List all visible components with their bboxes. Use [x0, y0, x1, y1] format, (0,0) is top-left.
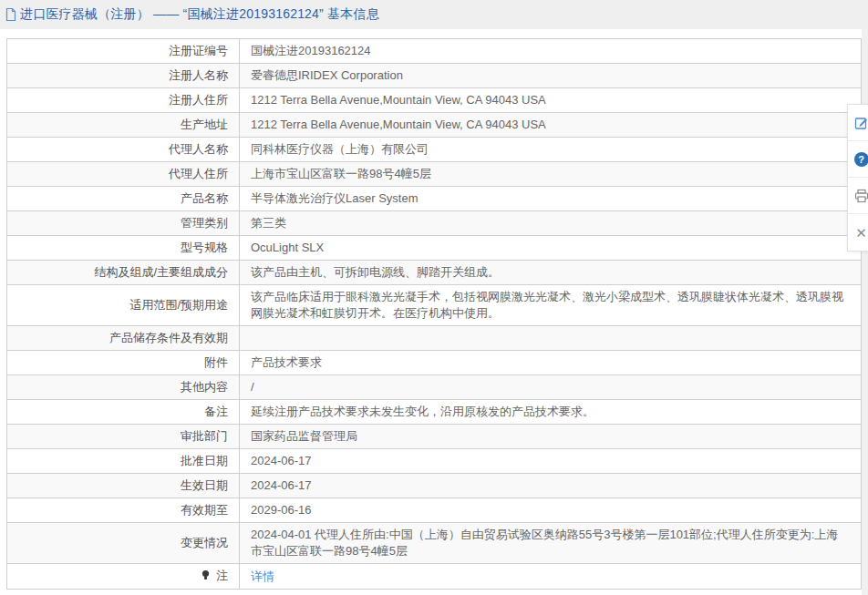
row-value: 该产品临床适用于眼科激光光凝手术，包括视网膜激光光凝术、激光小梁成型术、透巩膜睫… — [251, 290, 843, 320]
edit-icon — [853, 115, 868, 130]
note-bulb-icon — [201, 569, 211, 585]
row-value-cell: 2029-06-16 — [240, 498, 862, 523]
row-value: 2024-06-17 — [251, 454, 312, 467]
row-value: 1212 Terra Bella Avenue,Mountain View, C… — [251, 118, 546, 131]
row-value-cell: 同科林医疗仪器（上海）有限公司 — [240, 138, 862, 162]
row-value: 2024-06-17 — [251, 478, 312, 492]
close-panel-button[interactable]: ✕ 关闭 — [848, 214, 868, 251]
row-label-cell: 注册证编号 — [7, 39, 240, 64]
table-row: 产品名称 半导体激光治疗仪Laser System — [7, 187, 862, 211]
row-value: 1212 Terra Bella Avenue,Mountain View, C… — [251, 93, 546, 107]
floating-tool-panel: 纠错 ? 咨询 打印 ✕ 关闭 — [847, 104, 868, 251]
table-row: 生效日期 2024-06-17 — [7, 474, 862, 498]
page-header: 进口医疗器械（注册） —— “国械注进20193162124” 基本信息 — [0, 0, 868, 29]
row-value-cell: OcuLight SLX — [240, 236, 862, 261]
row-label: 适用范围/预期用途 — [129, 298, 228, 312]
row-value-cell: 2024-06-17 — [240, 449, 862, 474]
row-label-cell: 其他内容 — [7, 375, 240, 400]
row-value: 2024-04-01 代理人住所由:中国（上海）自由贸易试验区奥纳路55号3号楼… — [251, 528, 838, 558]
document-icon — [5, 7, 17, 22]
row-value: 产品技术要求 — [251, 355, 322, 369]
row-value-cell: 1212 Terra Bella Avenue,Mountain View, C… — [240, 88, 862, 113]
row-value-cell: 该产品由主机、可拆卸电源线、脚踏开关组成。 — [240, 261, 862, 285]
row-value-cell: 国械注进20193162124 — [240, 39, 862, 64]
row-label-cell: 注册人名称 — [7, 64, 240, 88]
table-row: 代理人住所 上海市宝山区富联一路98号4幢5层 — [7, 162, 862, 187]
row-label-cell: 结构及组成/主要组成成分 — [7, 261, 240, 285]
table-row: 代理人名称 同科林医疗仪器（上海）有限公司 — [7, 138, 862, 162]
row-value-cell: / — [240, 375, 862, 400]
table-row: 型号规格 OcuLight SLX — [7, 236, 862, 261]
row-value-cell: 2024-04-01 代理人住所由:中国（上海）自由贸易试验区奥纳路55号3号楼… — [240, 523, 862, 564]
row-value: 该产品由主机、可拆卸电源线、脚踏开关组成。 — [251, 265, 500, 279]
row-label: 批准日期 — [181, 454, 228, 467]
row-value-cell: 半导体激光治疗仪Laser System — [240, 187, 862, 211]
row-label-cell: 批准日期 — [7, 449, 240, 474]
row-value: 同科林医疗仪器（上海）有限公司 — [251, 142, 429, 156]
row-label: 备注 — [204, 405, 228, 418]
row-value-cell: 详情 — [240, 564, 862, 590]
row-value-cell: 1212 Terra Bella Avenue,Mountain View, C… — [240, 113, 862, 138]
row-label: 注册人住所 — [169, 93, 228, 107]
row-label-cell: 代理人住所 — [7, 162, 240, 187]
row-label: 附件 — [204, 355, 228, 369]
row-value: 第三类 — [251, 216, 286, 230]
row-label-cell: 生产地址 — [7, 113, 240, 138]
row-label: 结构及组成/主要组成成分 — [94, 265, 228, 279]
row-label: 审批部门 — [181, 429, 228, 443]
table-row: 产品储存条件及有效期 — [7, 326, 862, 351]
row-value-cell: 2024-06-17 — [240, 474, 862, 498]
row-label-cell: 管理类别 — [7, 211, 240, 236]
row-label: 其他内容 — [181, 380, 228, 394]
question-icon: ? — [853, 151, 868, 167]
row-label-cell: 生效日期 — [7, 474, 240, 498]
row-label: 代理人名称 — [169, 142, 228, 156]
table-row: 备注 延续注册产品技术要求未发生变化，沿用原核发的产品技术要求。 — [7, 400, 862, 425]
error-report-button[interactable]: 纠错 — [848, 105, 868, 141]
row-label: 注 — [216, 569, 228, 582]
row-value: 半导体激光治疗仪Laser System — [251, 191, 418, 205]
row-label-cell: 注册人住所 — [7, 88, 240, 113]
row-value-cell: 该产品临床适用于眼科激光光凝手术，包括视网膜激光光凝术、激光小梁成型术、透巩膜睫… — [240, 285, 862, 326]
row-label-cell: 适用范围/预期用途 — [7, 285, 240, 326]
row-label: 生产地址 — [181, 118, 228, 131]
table-row: 注册人住所 1212 Terra Bella Avenue,Mountain V… — [7, 88, 862, 113]
printer-icon — [853, 188, 868, 203]
detail-link[interactable]: 详情 — [251, 569, 274, 583]
row-value: 2029-06-16 — [251, 503, 312, 517]
row-label-cell: 审批部门 — [7, 425, 240, 449]
row-value: 国械注进20193162124 — [251, 44, 371, 57]
row-value: / — [251, 380, 254, 394]
row-label-cell: 代理人名称 — [7, 138, 240, 162]
row-value: 上海市宝山区富联一路98号4幢5层 — [251, 167, 431, 180]
table-row: 有效期至 2029-06-16 — [7, 498, 862, 523]
row-label-cell: 附件 — [7, 351, 240, 375]
row-label: 注册证编号 — [169, 44, 228, 57]
row-label-cell: 注 — [7, 564, 240, 590]
row-value-cell: 延续注册产品技术要求未发生变化，沿用原核发的产品技术要求。 — [240, 400, 862, 425]
registration-info-table: 注册证编号 国械注进20193162124 注册人名称 爱睿德思IRIDEX C… — [6, 38, 862, 590]
row-value: 延续注册产品技术要求未发生变化，沿用原核发的产品技术要求。 — [251, 405, 594, 418]
row-label-cell: 有效期至 — [7, 498, 240, 523]
row-label: 代理人住所 — [169, 167, 228, 180]
row-value: OcuLight SLX — [251, 241, 324, 254]
table-row: 审批部门 国家药品监督管理局 — [7, 425, 862, 449]
page-title: 进口医疗器械（注册） —— “国械注进20193162124” 基本信息 — [20, 6, 379, 23]
row-label: 生效日期 — [181, 478, 228, 492]
table-row: 变更情况 2024-04-01 代理人住所由:中国（上海）自由贸易试验区奥纳路5… — [7, 523, 862, 564]
table-row: 注 详情 — [7, 564, 862, 590]
table-row: 其他内容 / — [7, 375, 862, 400]
print-button[interactable]: 打印 — [848, 178, 868, 214]
row-value-cell: 国家药品监督管理局 — [240, 425, 862, 449]
consult-button[interactable]: ? 咨询 — [848, 141, 868, 178]
row-label: 产品名称 — [181, 191, 228, 205]
table-row: 生产地址 1212 Terra Bella Avenue,Mountain Vi… — [7, 113, 862, 138]
table-row: 附件 产品技术要求 — [7, 351, 862, 375]
row-value-cell: 上海市宝山区富联一路98号4幢5层 — [240, 162, 862, 187]
close-icon: ✕ — [853, 225, 868, 241]
table-row: 批准日期 2024-06-17 — [7, 449, 862, 474]
row-value: 爱睿德思IRIDEX Corporation — [251, 68, 403, 82]
table-row: 注册人名称 爱睿德思IRIDEX Corporation — [7, 64, 862, 88]
row-label: 有效期至 — [181, 503, 228, 517]
row-label: 型号规格 — [181, 241, 228, 254]
